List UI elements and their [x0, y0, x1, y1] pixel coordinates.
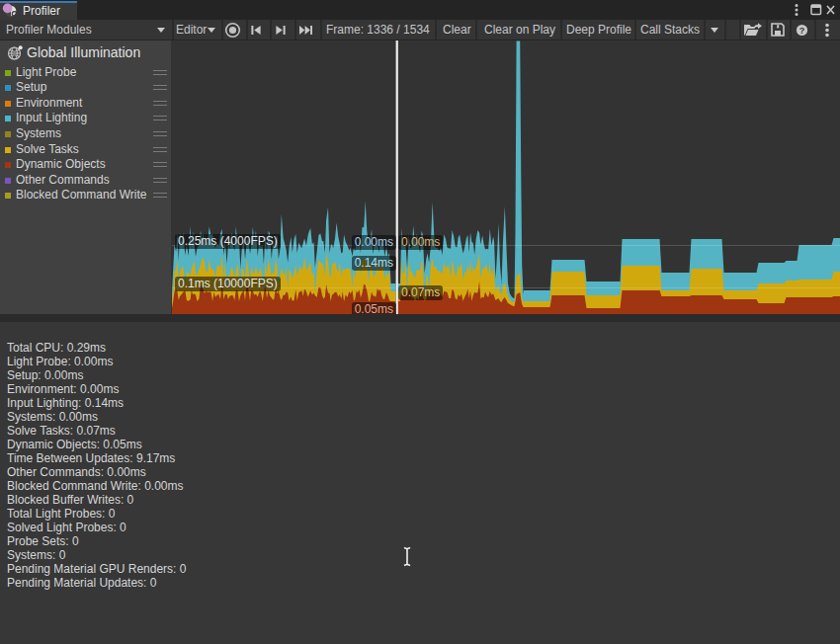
svg-text:?: ?: [799, 26, 805, 36]
